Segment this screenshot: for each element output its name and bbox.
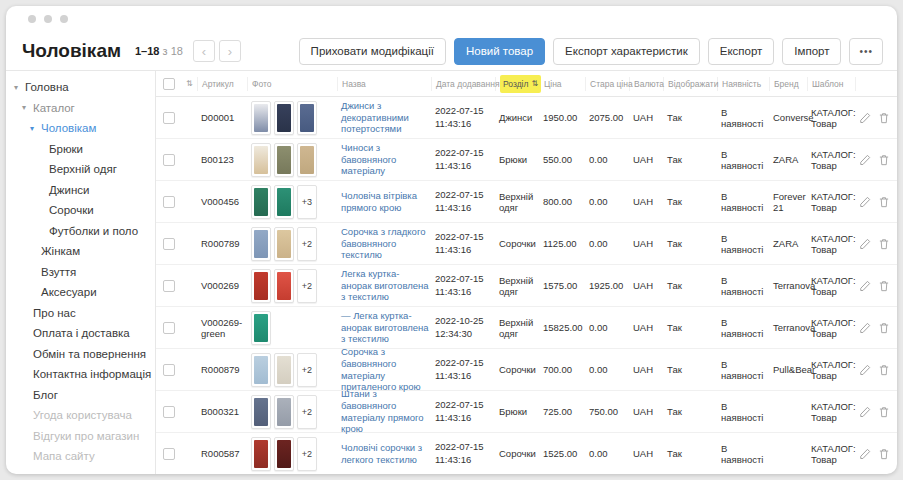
row-checkbox[interactable]	[163, 238, 175, 250]
export-attributes-button[interactable]: Експорт характеристик	[553, 38, 700, 65]
edit-icon[interactable]	[859, 112, 871, 124]
sidebar-item[interactable]: Оплата і доставка	[6, 323, 155, 344]
row-checkbox[interactable]	[163, 280, 175, 292]
next-page-button[interactable]: ›	[219, 40, 241, 62]
edit-icon[interactable]	[859, 448, 871, 460]
product-link[interactable]: Легка куртка-анорак виготовлена з тексти…	[341, 268, 429, 304]
column-header-price[interactable]: Ціна	[540, 77, 586, 91]
column-header-date[interactable]: Дата додавання	[432, 77, 496, 91]
product-link[interactable]: Штани з бавовняного матеріалу прямого кр…	[341, 388, 429, 436]
product-photo[interactable]	[274, 269, 294, 303]
edit-icon[interactable]	[859, 154, 871, 166]
sidebar-item[interactable]: Блог	[6, 385, 155, 406]
prev-page-button[interactable]: ‹	[193, 40, 215, 62]
more-photos-badge[interactable]: +2	[297, 227, 317, 261]
sidebar-item[interactable]: Взуття	[6, 262, 155, 283]
sidebar-item[interactable]: Аксесуари	[6, 282, 155, 303]
delete-icon[interactable]	[878, 364, 890, 376]
column-header-article[interactable]: Артикул	[198, 77, 248, 91]
delete-icon[interactable]	[878, 280, 890, 292]
more-photos-badge[interactable]: +2	[297, 353, 317, 387]
product-link[interactable]: Джинси з декоративними потертостями	[341, 100, 429, 136]
product-photo[interactable]	[274, 395, 294, 429]
product-photo[interactable]	[274, 185, 294, 219]
row-checkbox[interactable]	[163, 364, 175, 376]
edit-icon[interactable]	[859, 322, 871, 334]
window-dot-icon[interactable]	[28, 15, 36, 23]
row-checkbox[interactable]	[163, 196, 175, 208]
sidebar-item[interactable]: Джинси	[6, 180, 155, 201]
product-photo[interactable]	[274, 143, 294, 177]
product-photo[interactable]	[251, 227, 271, 261]
column-header-name[interactable]: Назва	[338, 77, 432, 91]
delete-icon[interactable]	[878, 322, 890, 334]
sidebar-item[interactable]: Контактна інформація	[6, 364, 155, 385]
window-dot-icon[interactable]	[60, 15, 68, 23]
more-photos-badge[interactable]: +2	[297, 395, 317, 429]
hide-modifications-button[interactable]: Приховати модифікації	[299, 38, 446, 65]
product-photo[interactable]	[274, 437, 294, 471]
product-photo[interactable]	[251, 269, 271, 303]
delete-icon[interactable]	[878, 112, 890, 124]
product-photo[interactable]	[274, 227, 294, 261]
more-photos-badge[interactable]: +2	[297, 437, 317, 471]
row-checkbox[interactable]	[163, 322, 175, 334]
delete-icon[interactable]	[878, 238, 890, 250]
edit-icon[interactable]	[859, 238, 871, 250]
product-photo[interactable]	[274, 353, 294, 387]
row-checkbox[interactable]	[163, 112, 175, 124]
product-photo[interactable]	[251, 101, 271, 135]
sidebar-item[interactable]: ▾Чоловікам	[6, 118, 155, 139]
more-actions-button[interactable]: •••	[849, 38, 883, 65]
product-link[interactable]: — Легка куртка-анорак виготовлена з текс…	[341, 310, 429, 346]
new-product-button[interactable]: Новий товар	[454, 38, 545, 65]
import-button[interactable]: Імпорт	[782, 38, 841, 65]
window-dot-icon[interactable]	[44, 15, 52, 23]
product-photo[interactable]	[297, 143, 317, 177]
product-photo[interactable]	[251, 311, 271, 345]
edit-icon[interactable]	[859, 406, 871, 418]
product-photo[interactable]	[251, 395, 271, 429]
sidebar-item[interactable]: Футболки и поло	[6, 221, 155, 242]
sidebar-item[interactable]: Угода користувача	[6, 405, 155, 426]
row-checkbox[interactable]	[163, 448, 175, 460]
column-header-section[interactable]: Розділ ⇅	[496, 77, 540, 91]
sidebar-item[interactable]: Сорочки	[6, 200, 155, 221]
product-photo[interactable]	[251, 185, 271, 219]
product-photo[interactable]	[251, 143, 271, 177]
sidebar-item[interactable]: Про нас	[6, 303, 155, 324]
sidebar-item[interactable]: ▾Каталог	[6, 98, 155, 119]
product-photo[interactable]	[251, 353, 271, 387]
sidebar-item[interactable]: Жінкам	[6, 241, 155, 262]
row-checkbox[interactable]	[163, 406, 175, 418]
sort-order-icon[interactable]: ⇅	[182, 77, 198, 91]
edit-icon[interactable]	[859, 364, 871, 376]
edit-icon[interactable]	[859, 280, 871, 292]
sidebar-item[interactable]: Обмін та повернення	[6, 344, 155, 365]
section-sort-chip[interactable]: Розділ ⇅	[500, 75, 541, 93]
row-checkbox[interactable]	[163, 154, 175, 166]
product-link[interactable]: Чоловіча вітрівка прямого крою	[341, 190, 429, 214]
delete-icon[interactable]	[878, 196, 890, 208]
export-button[interactable]: Експорт	[708, 38, 775, 65]
product-photo[interactable]	[274, 101, 294, 135]
product-link[interactable]: Чиноси з бавовняного матеріалу	[341, 142, 429, 178]
more-photos-badge[interactable]: +3	[297, 185, 317, 219]
sidebar-item[interactable]: Брюки	[6, 139, 155, 160]
edit-icon[interactable]	[859, 196, 871, 208]
delete-icon[interactable]	[878, 406, 890, 418]
delete-icon[interactable]	[878, 154, 890, 166]
section-sort-icon[interactable]: ⇅	[531, 77, 538, 91]
sidebar-item[interactable]: Верхній одяг	[6, 159, 155, 180]
delete-icon[interactable]	[878, 448, 890, 460]
sidebar-item[interactable]: Відгуки про магазин	[6, 426, 155, 447]
more-photos-badge[interactable]: +2	[297, 269, 317, 303]
select-all-checkbox[interactable]	[163, 78, 175, 90]
product-photo[interactable]	[297, 101, 317, 135]
column-header-old-price[interactable]: Стара ціна	[586, 77, 630, 91]
sidebar-item[interactable]: ▾Головна	[6, 77, 155, 98]
product-link[interactable]: Сорочка з бавовняного матеріалу притален…	[341, 346, 429, 394]
product-photo[interactable]	[251, 437, 271, 471]
product-link[interactable]: Чоловічі сорочки з легкого текстилю	[341, 442, 429, 466]
sidebar-item[interactable]: Мапа сайту	[6, 446, 155, 467]
